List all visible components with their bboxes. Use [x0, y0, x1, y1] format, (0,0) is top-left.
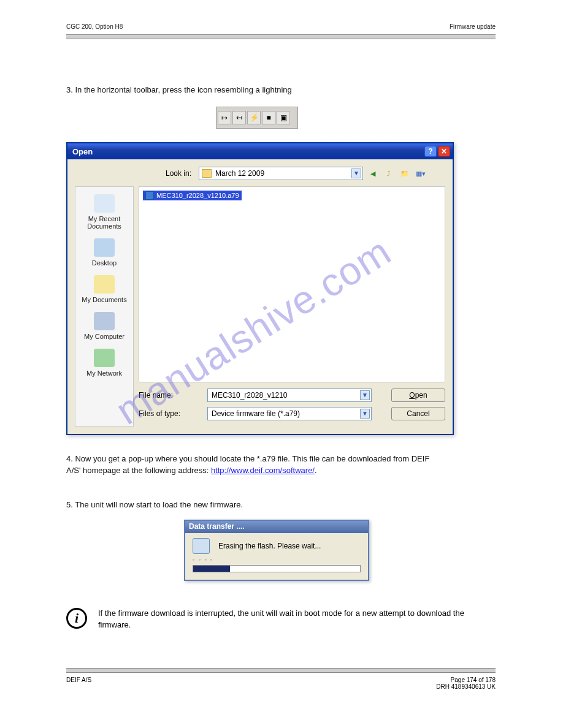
- cancel-button[interactable]: Cancel: [391, 407, 445, 420]
- top-rule: [66, 34, 496, 39]
- network-icon: [94, 349, 115, 367]
- info-icon: i: [66, 608, 87, 629]
- places-bar: My Recent Documents Desktop My Documents…: [75, 186, 134, 427]
- lookin-label: Look in:: [141, 169, 195, 178]
- new-folder-icon[interactable]: 📁: [399, 167, 411, 180]
- documents-icon: [94, 275, 115, 294]
- desktop-icon: [94, 238, 115, 257]
- computer-icon: [193, 538, 210, 554]
- footer-right: Page 174 of 178 DRH 4189340613 UK: [436, 677, 496, 690]
- footer-left: DEIF A/S: [66, 677, 91, 683]
- toolbar-btn-2[interactable]: ↤: [232, 111, 246, 124]
- bottom-fields: File name: MEC310_r2028_v1210 ▼ Open Fil…: [139, 389, 445, 425]
- folder-icon: [202, 169, 212, 178]
- toolbar-btn-4[interactable]: ■: [262, 111, 275, 124]
- step-3-text: 3. In the horizontal toolbar, press the …: [66, 85, 496, 96]
- files-of-type-label: Files of type:: [139, 409, 201, 418]
- file-list-area[interactable]: MEC310_r2028_v1210.a79: [139, 186, 445, 382]
- toolbar-btn-1[interactable]: ↦: [218, 111, 231, 124]
- info-text: If the firmware download is interrupted,…: [98, 608, 496, 631]
- progress-dots: ▫ ▫ ▫ ▫: [185, 556, 368, 563]
- toolbar-btn-5[interactable]: ▣: [277, 111, 290, 124]
- header-left: CGC 200, Option H8: [66, 23, 123, 30]
- bottom-rule: [66, 668, 496, 673]
- place-computer[interactable]: My Computer: [77, 309, 132, 343]
- chevron-down-icon[interactable]: ▼: [351, 169, 361, 178]
- open-dialog: Open ? ✕ Look in: March 12 2009 ▼ ◀ ⤴ 📁 …: [66, 142, 454, 435]
- chevron-down-icon[interactable]: ▼: [360, 409, 370, 419]
- data-transfer-title: Data transfer ....: [185, 521, 368, 533]
- lookin-row: Look in: March 12 2009 ▼ ◀ ⤴ 📁 ▦▾: [141, 167, 445, 180]
- place-computer-label: My Computer: [77, 333, 132, 340]
- toolbar-btn-lightning[interactable]: ⚡: [247, 111, 261, 124]
- place-recent[interactable]: My Recent Documents: [77, 192, 132, 232]
- up-icon[interactable]: ⤴: [383, 167, 395, 180]
- place-network-label: My Network: [77, 370, 132, 377]
- files-of-type-value: Device firmware file (*.a79): [212, 409, 300, 418]
- lookin-select[interactable]: March 12 2009 ▼: [199, 167, 363, 180]
- place-desktop-label: Desktop: [77, 259, 132, 267]
- views-icon[interactable]: ▦▾: [415, 167, 427, 180]
- download-link[interactable]: http://www.deif.com/software/: [211, 466, 315, 475]
- close-icon[interactable]: ✕: [438, 146, 450, 157]
- dialog-titlebar: Open ? ✕: [67, 143, 453, 159]
- place-documents-label: My Documents: [77, 296, 132, 303]
- data-transfer-dialog: Data transfer .... Erasing the flash. Pl…: [184, 520, 369, 581]
- file-icon: [145, 191, 154, 200]
- toolbar: ↦ ↤ ⚡ ■ ▣: [216, 107, 298, 129]
- recent-icon: [94, 194, 115, 213]
- dialog-title: Open: [70, 147, 423, 156]
- header-right: Firmware update: [450, 23, 496, 30]
- file-name-label: File name:: [139, 391, 201, 400]
- file-item-label: MEC310_r2028_v1210.a79: [156, 192, 239, 199]
- file-item-selected[interactable]: MEC310_r2028_v1210.a79: [143, 191, 242, 200]
- place-desktop[interactable]: Desktop: [77, 236, 132, 269]
- step-5-text: 5. The unit will now start to load the n…: [66, 499, 496, 511]
- place-documents[interactable]: My Documents: [77, 273, 132, 306]
- back-icon[interactable]: ◀: [367, 167, 379, 180]
- step-4-text: 4. Now you get a pop-up where you should…: [66, 453, 496, 477]
- chevron-down-icon[interactable]: ▼: [360, 390, 370, 400]
- computer-icon: [94, 312, 115, 330]
- place-network[interactable]: My Network: [77, 346, 132, 379]
- progress-fill: [193, 566, 230, 572]
- place-recent-label: My Recent Documents: [77, 215, 132, 230]
- open-button[interactable]: Open: [391, 389, 445, 402]
- progress-bar: [193, 565, 361, 572]
- file-name-value: MEC310_r2028_v1210: [212, 391, 287, 400]
- help-icon[interactable]: ?: [424, 146, 437, 157]
- file-name-input[interactable]: MEC310_r2028_v1210 ▼: [207, 389, 372, 402]
- lookin-value: March 12 2009: [215, 169, 264, 178]
- files-of-type-select[interactable]: Device firmware file (*.a79) ▼: [207, 407, 372, 420]
- data-transfer-message: Erasing the flash. Please wait...: [218, 542, 321, 550]
